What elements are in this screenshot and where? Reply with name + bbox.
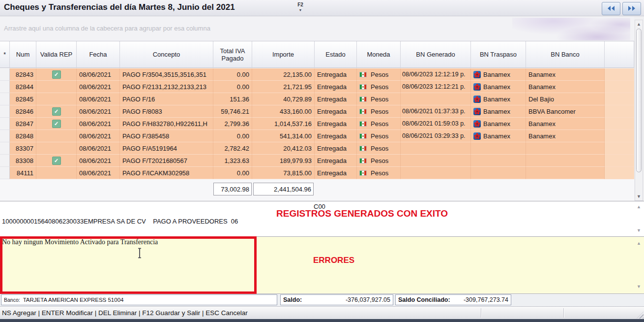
cell-moneda: Pesos (357, 155, 401, 167)
cell-moneda: Pesos (357, 142, 401, 155)
scrollbar-thumb[interactable] (636, 29, 642, 172)
column-header-bn-banco[interactable]: BN Banco (526, 41, 605, 67)
scroll-up-icon[interactable]: ▲ (635, 241, 643, 246)
output-scrollbar[interactable]: ▲ ▼ (635, 203, 643, 234)
banamex-logo-icon (473, 83, 481, 91)
valida-rep-checkbox-icon[interactable]: ✓ (52, 107, 61, 116)
mexico-flag-icon (359, 72, 367, 77)
cell-importe: 433,160.00 (252, 105, 315, 118)
nav-buttons (602, 2, 641, 15)
cell-concepto: PAGO F/ICAKM302958 (120, 167, 213, 179)
window-bottom-edge (0, 319, 644, 322)
cell-concepto: PAGO F/8083 (120, 105, 213, 118)
cell-valida-rep (36, 130, 77, 142)
resize-grip[interactable] (637, 312, 644, 319)
cell-importe: 40,729.89 (252, 93, 315, 105)
mexico-flag-icon (359, 146, 367, 151)
status-bar-hints: NS Agregar | ENTER Modificar | DEL Elimi… (2, 309, 248, 317)
cell-filler (605, 118, 634, 130)
valida-rep-checkbox-icon[interactable]: ✓ (52, 70, 61, 79)
cell-estado: Entregada (315, 93, 357, 105)
ibeam-cursor-icon (137, 248, 143, 260)
cell-bn-traspaso (471, 142, 526, 155)
cell-bn-generado (401, 142, 471, 155)
row-indicator (0, 167, 10, 179)
table-row[interactable]: 82843✓08/06/2021PAGO F/3504,3515,3516,35… (0, 68, 634, 81)
cell-fecha: 08/06/2021 (77, 130, 120, 142)
double-chevron-right-icon (627, 4, 636, 13)
scroll-down-icon[interactable]: ▼ (635, 284, 643, 289)
table-row[interactable]: 8411108/06/2021PAGO F/ICAKM3029580.0073,… (0, 167, 634, 179)
table-row[interactable]: 8284408/06/2021PAGO F/2131,2132,2133,213… (0, 81, 634, 93)
cell-estado: Entregada (315, 130, 357, 142)
table-row[interactable]: 8284508/06/2021PAGO F/16151.3640,729.89E… (0, 93, 634, 105)
cell-fecha: 08/06/2021 (77, 142, 120, 155)
mexico-flag-icon (359, 121, 367, 127)
cell-total-iva: 0.00 (213, 130, 252, 142)
banamex-logo-icon (473, 120, 481, 128)
cell-bn-banco: Del Bajio (526, 93, 605, 105)
cell-concepto: PAGO F/H832780,H922611,H (120, 118, 213, 130)
errors-annotation: ERRORES (313, 256, 354, 265)
saldo-label: Saldo: (283, 296, 302, 303)
status-divider (563, 308, 564, 318)
scroll-down-icon[interactable]: ▼ (635, 194, 643, 199)
cell-moneda: Pesos (357, 81, 401, 93)
table-row[interactable]: 8284808/06/2021PAGO F/3854580.00541,314.… (0, 130, 634, 142)
cell-estado: Entregada (315, 68, 357, 81)
cell-fecha: 08/06/2021 (77, 105, 120, 118)
cell-concepto: PAGO F/2131,2132,2133,213 (120, 81, 213, 93)
cell-valida-rep: ✓ (36, 105, 77, 118)
column-header-valida-rep[interactable]: Valida REP (36, 41, 77, 67)
cell-num: 83308 (10, 155, 36, 167)
nav-next-button[interactable] (622, 2, 641, 15)
table-row[interactable]: 8330708/06/2021PAGO F/A51919642,782.4220… (0, 142, 634, 155)
nav-prev-button[interactable] (602, 2, 620, 15)
errors-scrollbar[interactable]: ▲ ▼ (635, 239, 643, 290)
cell-estado: Entregada (315, 155, 357, 167)
column-header-importe[interactable]: Importe (252, 41, 315, 67)
scroll-down-icon[interactable]: ▼ (635, 228, 643, 233)
scroll-up-icon[interactable]: ▲ (635, 22, 643, 27)
row-indicator (0, 93, 10, 105)
cell-importe: 1,014,537.16 (252, 118, 315, 130)
cell-num: 82843 (10, 68, 36, 81)
row-indicator (0, 130, 10, 142)
table-row[interactable]: 82846✓08/06/2021PAGO F/808359,746.21433,… (0, 105, 634, 118)
cell-fecha: 08/06/2021 (77, 93, 120, 105)
valida-rep-checkbox-icon[interactable]: ✓ (52, 120, 61, 128)
cell-fecha: 08/06/2021 (77, 68, 120, 81)
column-header-moneda[interactable]: Moneda (357, 41, 401, 67)
group-by-panel[interactable]: Arrastre aquí una columna de la cabecera… (0, 17, 634, 41)
column-header-total-iva[interactable]: Total IVA Pagado (213, 41, 252, 67)
saldo-conciliado-field[interactable]: Saldo Conciliado: -309,767,273.74 (395, 294, 511, 305)
cell-importe: 20,412.03 (252, 142, 315, 155)
grid-scrollbar[interactable]: ▲ ▼ (635, 20, 643, 201)
cell-bn-banco (526, 155, 605, 167)
column-header-bn-traspaso[interactable]: BN Traspaso (471, 41, 526, 67)
cell-fecha: 08/06/2021 (77, 81, 120, 93)
errors-textarea[interactable]: No hay ningun Movimiento Activado para T… (0, 237, 644, 294)
mexico-flag-icon (359, 133, 367, 139)
row-indicator (0, 155, 10, 167)
chevron-down-icon: ▼ (294, 7, 307, 13)
column-header-bn-generado[interactable]: BN Generado (401, 41, 471, 67)
table-row[interactable]: 83308✓08/06/2021PAGO F/T20216805671,323.… (0, 155, 634, 167)
cell-num: 82848 (10, 130, 36, 142)
scroll-up-icon[interactable]: ▲ (635, 204, 643, 209)
cell-total-iva: 1,323.63 (213, 155, 252, 167)
table-row[interactable]: 82847✓08/06/2021PAGO F/H832780,H922611,H… (0, 118, 634, 130)
cell-num: 82847 (10, 118, 36, 130)
column-header-num[interactable]: Num (10, 41, 36, 67)
title-bar: Cheques y Transferencias del día Martes … (0, 0, 644, 16)
banco-field[interactable]: Banco: TARJETA AMERICAN EXPRESS 51004 (1, 294, 277, 305)
column-header-concepto[interactable]: Concepto (120, 41, 213, 67)
valida-rep-checkbox-icon[interactable]: ✓ (52, 157, 61, 165)
fkey-dropdown[interactable]: F2 ▼ (294, 2, 307, 13)
row-indicator (0, 105, 10, 118)
cell-filler (605, 105, 634, 118)
column-header-fecha[interactable]: Fecha (77, 41, 120, 67)
cell-filler (605, 68, 634, 81)
saldo-field[interactable]: Saldo: -376,037,927.05 (280, 294, 393, 305)
column-header-estado[interactable]: Estado (315, 41, 357, 67)
